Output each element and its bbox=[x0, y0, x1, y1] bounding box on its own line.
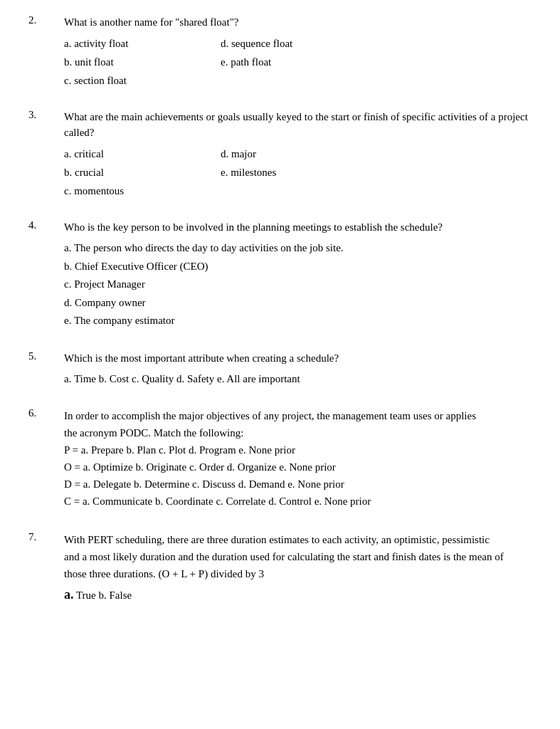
q4-option-c: c. Project Manager bbox=[64, 276, 532, 294]
q3-text: What are the main achievements or goals … bbox=[64, 109, 532, 141]
q2-option-c: c. section float bbox=[64, 72, 221, 89]
questions-container: 2. What is another name for "shared floa… bbox=[28, 14, 532, 604]
q2-option-empty bbox=[221, 72, 532, 89]
q4-text: Who is the key person to be involved in … bbox=[64, 219, 532, 236]
question-5: 5. Which is the most important attribute… bbox=[28, 350, 532, 388]
question-6: 6. In order to accomplish the major obje… bbox=[28, 407, 532, 510]
q5-text: Which is the most important attribute wh… bbox=[64, 350, 532, 367]
q2-option-a: a. activity float bbox=[64, 35, 221, 52]
question-4: 4. Who is the key person to be involved … bbox=[28, 219, 532, 330]
question-3: 3. What are the main achievements or goa… bbox=[28, 109, 532, 199]
q2-option-b: b. unit float bbox=[64, 53, 221, 70]
q5-options: a. Time b. Cost c. Quality d. Safety e. … bbox=[64, 370, 532, 387]
q5-number: 5. bbox=[28, 350, 64, 367]
q7-answer-bold: a. bbox=[64, 587, 74, 602]
q2-options: a. activity float d. sequence float b. u… bbox=[64, 35, 532, 89]
q4-option-b: b. Chief Executive Officer (CEO) bbox=[64, 258, 532, 276]
q4-options: a. The person who directs the day to day… bbox=[64, 239, 532, 330]
q6-text: In order to accomplish the major objecti… bbox=[64, 407, 532, 510]
q6-number: 6. bbox=[28, 407, 64, 510]
q2-text: What is another name for "shared float"? bbox=[64, 14, 532, 31]
q7-number: 7. bbox=[28, 531, 64, 582]
q3-option-e: e. milestones bbox=[221, 164, 532, 181]
q4-option-a: a. The person who directs the day to day… bbox=[64, 239, 532, 258]
q3-options: a. critical d. major b. crucial e. miles… bbox=[64, 145, 532, 199]
q7-text: With PERT scheduling, there are three du… bbox=[64, 531, 532, 582]
q4-number: 4. bbox=[28, 219, 64, 236]
q2-number: 2. bbox=[28, 14, 64, 31]
q3-option-d: d. major bbox=[221, 145, 532, 162]
question-2: 2. What is another name for "shared floa… bbox=[28, 14, 532, 89]
q3-option-b: b. crucial bbox=[64, 164, 221, 181]
q2-option-e: e. path float bbox=[221, 53, 532, 70]
q5-options-inline: a. Time b. Cost c. Quality d. Safety e. … bbox=[64, 373, 300, 384]
q3-option-a: a. critical bbox=[64, 145, 221, 162]
q3-number: 3. bbox=[28, 109, 64, 141]
q4-option-d: d. Company owner bbox=[64, 294, 532, 313]
q2-option-d: d. sequence float bbox=[221, 35, 532, 52]
q4-option-e: e. The company estimator bbox=[64, 312, 532, 330]
q3-option-empty bbox=[221, 182, 532, 199]
question-7: 7. With PERT scheduling, there are three… bbox=[28, 531, 532, 604]
q7-options: a. True b. False bbox=[64, 587, 532, 604]
q7-answer-rest: True b. False bbox=[74, 589, 132, 601]
q3-option-c: c. momentous bbox=[64, 182, 221, 199]
